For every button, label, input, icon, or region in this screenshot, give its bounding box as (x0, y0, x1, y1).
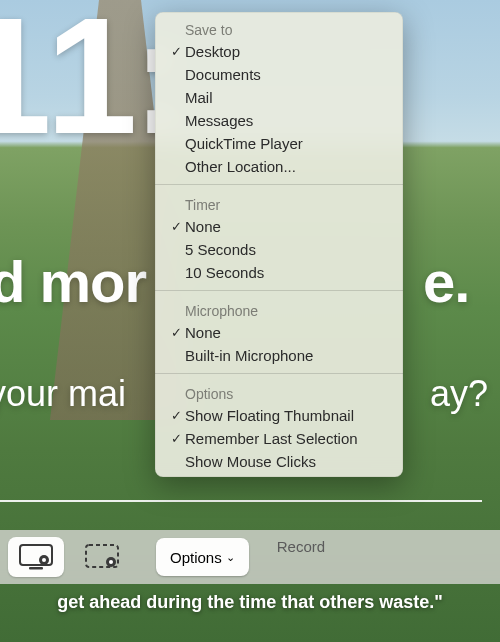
screenshot-toolbar: Options ⌄ Record (0, 530, 500, 584)
menu-item-show-floating-thumbnail[interactable]: ✓Show Floating Thumbnail (155, 404, 403, 427)
record-entire-screen-button[interactable] (8, 537, 64, 577)
check-icon: ✓ (167, 220, 185, 233)
svg-point-3 (42, 558, 46, 562)
menu-item-timer-5s[interactable]: 5 Seconds (155, 238, 403, 261)
svg-rect-1 (29, 567, 43, 570)
options-button-label: Options (170, 549, 222, 566)
record-button[interactable]: Record (259, 538, 343, 576)
menu-item-label: Desktop (185, 43, 240, 60)
menu-section-options: Options (155, 380, 403, 404)
hero-line-2: your mai ay? (0, 373, 126, 415)
menu-section-save-to: Save to (155, 16, 403, 40)
hero-line-1-head: d mor (0, 249, 146, 314)
menu-separator (155, 290, 403, 291)
menu-section-microphone: Microphone (155, 297, 403, 321)
menu-item-label: QuickTime Player (185, 135, 303, 152)
check-icon: ✓ (167, 409, 185, 422)
hero-line-1: d mor e. (0, 248, 146, 315)
record-selection-icon (85, 544, 119, 570)
menu-item-timer-10s[interactable]: 10 Seconds (155, 261, 403, 284)
check-icon: ✓ (167, 326, 185, 339)
menu-item-desktop[interactable]: ✓Desktop (155, 40, 403, 63)
record-screen-icon (19, 544, 53, 570)
quote-text: get ahead during the time that others wa… (0, 592, 500, 613)
menu-item-show-mouse-clicks[interactable]: Show Mouse Clicks (155, 450, 403, 473)
menu-item-label: Mail (185, 89, 213, 106)
menu-item-documents[interactable]: Documents (155, 63, 403, 86)
clock-fragment: 11: (0, 0, 180, 171)
menu-item-label: None (185, 218, 221, 235)
menu-item-quicktime[interactable]: QuickTime Player (155, 132, 403, 155)
menu-item-label: Messages (185, 112, 253, 129)
record-button-label: Record (277, 538, 325, 555)
options-button[interactable]: Options ⌄ (156, 538, 249, 576)
menu-item-mail[interactable]: Mail (155, 86, 403, 109)
menu-item-label: Remember Last Selection (185, 430, 358, 447)
check-icon: ✓ (167, 45, 185, 58)
menu-item-other-location[interactable]: Other Location... (155, 155, 403, 178)
menu-item-remember-last-selection[interactable]: ✓Remember Last Selection (155, 427, 403, 450)
menu-item-messages[interactable]: Messages (155, 109, 403, 132)
menu-item-mic-none[interactable]: ✓None (155, 321, 403, 344)
menu-item-label: Show Floating Thumbnail (185, 407, 354, 424)
menu-section-timer: Timer (155, 191, 403, 215)
record-selected-portion-button[interactable] (74, 537, 130, 577)
hero-line-2-head: your mai (0, 373, 126, 414)
menu-item-label: None (185, 324, 221, 341)
hero-line-1-tail: e. (423, 248, 469, 315)
menu-item-timer-none[interactable]: ✓None (155, 215, 403, 238)
chevron-down-icon: ⌄ (226, 551, 235, 564)
hero-divider (0, 500, 482, 502)
menu-separator (155, 184, 403, 185)
check-icon: ✓ (167, 432, 185, 445)
menu-item-label: Other Location... (185, 158, 296, 175)
menu-item-label: 10 Seconds (185, 264, 264, 281)
menu-item-label: 5 Seconds (185, 241, 256, 258)
menu-item-label: Show Mouse Clicks (185, 453, 316, 470)
hero-line-2-tail: ay? (430, 373, 488, 415)
menu-separator (155, 373, 403, 374)
menu-item-label: Built-in Microphone (185, 347, 313, 364)
menu-item-mic-builtin[interactable]: Built-in Microphone (155, 344, 403, 367)
menu-item-label: Documents (185, 66, 261, 83)
svg-point-6 (109, 560, 113, 564)
options-menu: Save to ✓Desktop Documents Mail Messages… (155, 12, 403, 477)
